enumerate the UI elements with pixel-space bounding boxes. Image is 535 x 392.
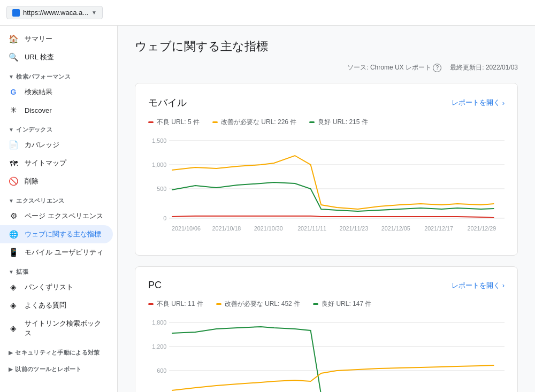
- mobile-card-header: モバイル レポートを開く ›: [148, 96, 505, 109]
- mobile-legend-bad: 不良 URL: 5 件: [148, 118, 200, 127]
- needs-improvement-dot: [212, 121, 218, 123]
- sidebar-item-mobile-usability[interactable]: 📱 モバイル ユーザビリティ: [0, 243, 113, 262]
- svg-text:2021/12/29: 2021/12/29: [467, 225, 496, 232]
- sitemap-icon: 🗺: [9, 159, 18, 168]
- last-updated: 最終更新日: 2022/01/03: [450, 63, 518, 72]
- pc-legend-bad: 不良 URL: 11 件: [148, 299, 203, 309]
- search-performance-section[interactable]: ▼ 検索パフォーマンス: [0, 66, 117, 83]
- search-performance-label: 検索パフォーマンス: [16, 73, 71, 81]
- remove-icon: 🚫: [9, 176, 18, 186]
- pc-good-dot: [313, 303, 318, 305]
- page-title: ウェブに関する主な指標: [135, 39, 518, 55]
- svg-text:1,200: 1,200: [152, 343, 166, 350]
- sidebar-item-discover[interactable]: ✳ Discover: [0, 101, 113, 119]
- security-section-label: セキュリティと手動による対策: [15, 349, 100, 357]
- svg-text:2021/12/17: 2021/12/17: [424, 225, 453, 232]
- sidebar-label-breadcrumb: パンくずリスト: [25, 282, 73, 292]
- help-icon[interactable]: ?: [433, 64, 441, 72]
- good-dot: [309, 121, 315, 123]
- sidebar-label-url-check: URL 検査: [25, 52, 54, 62]
- sidebar-label-discover: Discover: [25, 106, 52, 114]
- sidebar-item-sitemap[interactable]: 🗺 サイトマップ: [0, 154, 113, 172]
- sidebar-label-sitelinks: サイトリンク検索ボックス: [25, 319, 104, 338]
- mobile-chart: 1,500 1,000 500 0 2021/10/06 2021/10/18 …: [148, 135, 505, 242]
- mobile-report-link[interactable]: レポートを開く ›: [452, 98, 505, 107]
- mobile-legend-needs-improvement: 改善が必要な URL: 226 件: [212, 118, 296, 127]
- experience-section-label: エクスペリエンス: [16, 197, 64, 205]
- svg-text:2021/11/23: 2021/11/23: [339, 225, 368, 232]
- main-content: ウェブに関する主な指標 ソース: Chrome UX レポート ? 最終更新日:…: [118, 26, 535, 392]
- svg-text:2021/11/11: 2021/11/11: [297, 225, 326, 232]
- breadcrumb-icon: ◈: [9, 282, 18, 292]
- expand-icon: ▼: [9, 74, 14, 80]
- pc-chart: 1,800 1,200 600 0 2021/10/06 2021/10/18 …: [148, 317, 505, 392]
- sidebar-label-search-results: 検索結果: [25, 87, 52, 97]
- sidebar-label-core-web-vitals: ウェブに関する主な指標: [25, 229, 101, 239]
- top-bar: https://www.waca.a... ▼: [0, 0, 535, 26]
- pc-bad-dot: [148, 303, 154, 305]
- sidebar-item-coverage[interactable]: 📄 カバレッジ: [0, 136, 113, 154]
- svg-text:1,000: 1,000: [152, 162, 166, 168]
- expand-icon-index: ▼: [9, 127, 14, 133]
- bad-dot: [148, 121, 154, 123]
- sidebar-label-summary: サマリー: [25, 34, 52, 44]
- sidebar-item-breadcrumb[interactable]: ◈ パンくずリスト: [0, 278, 113, 296]
- sidebar-label-remove: 削除: [25, 176, 39, 186]
- sidebar-label-coverage: カバレッジ: [25, 140, 59, 150]
- url-selector[interactable]: https://www.waca.a... ▼: [6, 6, 103, 19]
- favicon-icon: [12, 9, 20, 17]
- svg-text:600: 600: [157, 367, 166, 374]
- google-icon: G: [9, 88, 18, 96]
- sitelinks-icon: ◈: [9, 324, 18, 333]
- security-section[interactable]: ▶ セキュリティと手動による対策: [0, 342, 117, 359]
- expand-icon-experience: ▼: [9, 198, 14, 204]
- sidebar-item-sitelinks[interactable]: ◈ サイトリンク検索ボックス: [0, 314, 113, 342]
- sidebar-label-faq: よくある質問: [25, 301, 66, 310]
- svg-text:500: 500: [157, 186, 166, 192]
- legacy-section[interactable]: ▶ 以前のツールとレポート: [0, 359, 117, 375]
- expand-icon-enhancement: ▼: [9, 269, 14, 275]
- pc-legend-needs-improvement: 改善が必要な URL: 452 件: [216, 299, 300, 309]
- pc-legend: 不良 URL: 11 件 改善が必要な URL: 452 件 良好 URL: 1…: [148, 299, 505, 309]
- svg-text:1,500: 1,500: [152, 137, 166, 144]
- index-section[interactable]: ▼ インデックス: [0, 119, 117, 136]
- chevron-down-icon: ▼: [91, 10, 97, 16]
- home-icon: 🏠: [9, 34, 18, 44]
- discover-icon: ✳: [9, 105, 18, 115]
- sidebar-label-sitemap: サイトマップ: [25, 158, 66, 168]
- sidebar-item-core-web-vitals[interactable]: 🌐 ウェブに関する主な指標: [0, 225, 113, 243]
- pc-card: PC レポートを開く › 不良 URL: 11 件 改善が必要な URL: 45…: [135, 266, 518, 392]
- sidebar-item-search-results[interactable]: G 検索結果: [0, 83, 113, 101]
- expand-icon-security: ▶: [9, 350, 13, 356]
- index-section-label: インデックス: [16, 126, 52, 134]
- faq-icon: ◈: [9, 301, 18, 310]
- pc-report-link[interactable]: レポートを開く ›: [452, 281, 505, 290]
- experience-section[interactable]: ▼ エクスペリエンス: [0, 190, 117, 207]
- legacy-section-label: 以前のツールとレポート: [15, 365, 81, 373]
- pc-legend-good: 良好 URL: 147 件: [313, 299, 371, 309]
- pc-card-header: PC レポートを開く ›: [148, 280, 505, 291]
- page-experience-icon: ⚙: [9, 211, 18, 221]
- sidebar-item-summary[interactable]: 🏠 サマリー: [0, 30, 113, 48]
- sidebar-item-faq[interactable]: ◈ よくある質問: [0, 296, 113, 314]
- sidebar: 🏠 サマリー 🔍 URL 検査 ▼ 検索パフォーマンス G 検索結果 ✳ Dis…: [0, 26, 118, 392]
- sidebar-item-url-check[interactable]: 🔍 URL 検査: [0, 48, 113, 66]
- expand-icon-legacy: ▶: [9, 366, 13, 372]
- mobile-legend-good: 良好 URL: 215 件: [309, 118, 368, 127]
- search-icon: 🔍: [9, 52, 18, 62]
- url-text: https://www.waca.a...: [23, 9, 88, 17]
- enhancement-section[interactable]: ▼ 拡張: [0, 262, 117, 278]
- sidebar-item-remove[interactable]: 🚫 削除: [0, 172, 113, 190]
- mobile-icon: 📱: [9, 248, 18, 257]
- mobile-legend: 不良 URL: 5 件 改善が必要な URL: 226 件 良好 URL: 21…: [148, 118, 505, 127]
- source-bar: ソース: Chrome UX レポート ? 最終更新日: 2022/01/03: [135, 63, 518, 72]
- svg-text:2021/10/30: 2021/10/30: [254, 225, 283, 232]
- source-text: ソース: Chrome UX レポート ?: [347, 63, 441, 72]
- core-web-vitals-icon: 🌐: [9, 230, 18, 239]
- sidebar-item-page-experience[interactable]: ⚙ ページ エクスペリエンス: [0, 207, 113, 225]
- svg-text:0: 0: [163, 215, 166, 221]
- layout: 🏠 サマリー 🔍 URL 検査 ▼ 検索パフォーマンス G 検索結果 ✳ Dis…: [0, 26, 535, 392]
- svg-text:2021/10/18: 2021/10/18: [212, 225, 241, 232]
- mobile-card-title: モバイル: [148, 96, 187, 109]
- mobile-card: モバイル レポートを開く › 不良 URL: 5 件 改善が必要な URL: 2…: [135, 83, 518, 256]
